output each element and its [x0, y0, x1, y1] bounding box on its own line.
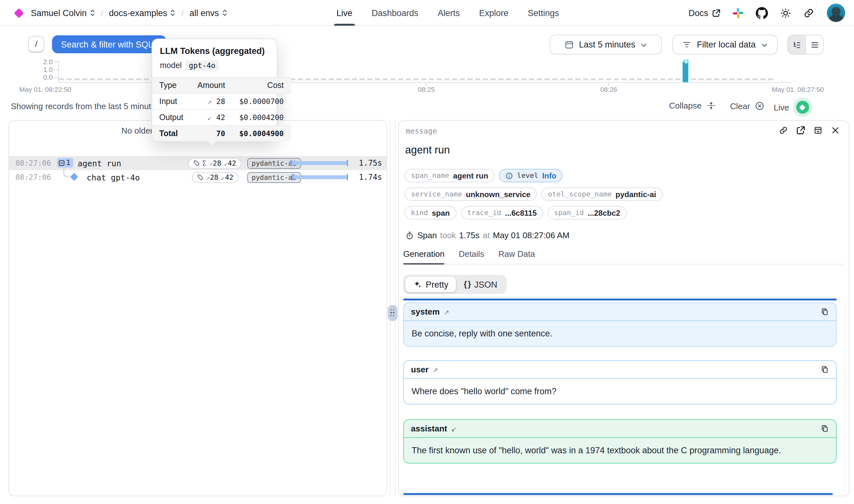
- scroll-top-rule: [403, 299, 837, 301]
- tab-live[interactable]: Live: [337, 0, 352, 26]
- col-amount: Amount: [190, 77, 232, 93]
- live-label: Live: [774, 103, 789, 112]
- logfire-logo-icon: [14, 8, 24, 18]
- token-counts-pill[interactable]: Σ ↗28 ↙42: [188, 158, 241, 168]
- row-timestamp: 08:27:06: [15, 173, 51, 182]
- tab-generation[interactable]: Generation: [403, 249, 445, 264]
- direction-arrow-icon: ↙: [451, 425, 457, 432]
- tree-view-toggle[interactable]: [788, 35, 806, 54]
- resize-grip-handle[interactable]: [388, 305, 398, 321]
- span-name: chat gpt-4o: [87, 173, 140, 182]
- detail-tabs: Generation Details Raw Data: [403, 249, 844, 265]
- x-axis-label-start: May 01. 08:22:50: [19, 85, 71, 93]
- filter-local-data-dropdown[interactable]: Filter local data: [672, 35, 778, 55]
- collapse-button[interactable]: Collapse: [669, 101, 715, 110]
- list-view-icon: [810, 40, 819, 49]
- clear-label: Clear: [730, 101, 750, 111]
- timeline-span-bar[interactable]: [683, 61, 688, 82]
- open-in-new-icon[interactable]: [796, 126, 805, 135]
- row-timestamp: 08:27:06: [15, 159, 51, 167]
- model-key: model: [160, 61, 182, 70]
- org-name: Samuel Colvin: [31, 8, 87, 18]
- time-range-dropdown[interactable]: Last 5 minutes: [550, 35, 662, 55]
- docs-label: Docs: [688, 8, 708, 18]
- tab-details[interactable]: Details: [459, 249, 485, 264]
- duration-bar: [291, 161, 347, 165]
- x-axis-label: 08:26: [589, 85, 628, 93]
- chevron-updown-icon: [170, 9, 176, 17]
- duration-bar: [292, 175, 347, 179]
- save-view-icon[interactable]: [814, 126, 822, 135]
- project-selector[interactable]: docs-examples: [109, 8, 176, 18]
- clear-button[interactable]: Clear: [730, 101, 765, 111]
- braces-icon: { }: [464, 280, 470, 289]
- tokens-table: Type Amount Cost Input ↗ 28 $0.0000700 O…: [152, 77, 291, 141]
- tab-explore[interactable]: Explore: [479, 0, 509, 26]
- copy-icon[interactable]: [821, 308, 829, 316]
- attr-service-name[interactable]: service_nameunknown_service: [404, 187, 537, 201]
- calendar-icon: [564, 40, 574, 50]
- tag-icon: [193, 160, 200, 166]
- pretty-label: Pretty: [426, 280, 449, 289]
- org-selector[interactable]: Samuel Colvin: [31, 8, 95, 18]
- message-text: Be concise, reply with one sentence.: [404, 321, 836, 346]
- attribute-row: service_nameunknown_service otel_scope_n…: [404, 187, 662, 201]
- tree-view-icon: [792, 40, 801, 49]
- duration-label: 1.75s: [359, 159, 382, 167]
- env-name: all envs: [189, 8, 219, 18]
- close-panel-icon[interactable]: [831, 126, 840, 135]
- share-link-icon[interactable]: [803, 7, 814, 18]
- tooltip-title: LLM Tokens (aggregated): [152, 39, 277, 59]
- collapse-children-badge[interactable]: 1: [57, 158, 73, 167]
- attr-span-name[interactable]: span_nameagent run: [404, 169, 495, 182]
- live-toggle[interactable]: Live: [774, 101, 809, 114]
- tab-raw-data[interactable]: Raw Data: [498, 249, 535, 264]
- attr-otel-scope-name[interactable]: otel_scope_namepydantic-ai: [541, 187, 662, 201]
- tab-alerts[interactable]: Alerts: [438, 0, 460, 26]
- tab-dashboards[interactable]: Dashboards: [372, 0, 419, 26]
- timeline-chart: 2.0 1.0 0.0 May 01. 08:22:50 08:25 08:26…: [0, 58, 854, 96]
- theme-toggle-sun-icon[interactable]: [780, 7, 791, 18]
- attr-trace-id[interactable]: trace_id...6c8115: [461, 206, 543, 220]
- env-selector[interactable]: all envs: [189, 8, 227, 18]
- copy-link-icon[interactable]: [779, 126, 788, 135]
- list-view-toggle[interactable]: [806, 35, 823, 54]
- trace-row-chat-gpt4o[interactable]: 08:27:06 chat gpt-4o ↗28 ↙42 pydantic-ai…: [9, 170, 386, 184]
- github-icon[interactable]: [756, 7, 768, 19]
- detail-panel-actions: [779, 126, 840, 135]
- docs-link[interactable]: Docs: [688, 8, 721, 18]
- span-timing-line: Span took 1.75s at May 01 08:27:06 AM: [405, 231, 569, 240]
- duration-label: 1.74s: [359, 173, 382, 182]
- showing-records-text: Showing records from the last 5 minutes: [11, 102, 160, 111]
- chevron-down-icon: [640, 42, 648, 49]
- copy-icon[interactable]: [821, 365, 829, 374]
- input-tokens: 28: [210, 173, 219, 181]
- project-name: docs-examples: [109, 8, 167, 18]
- filter-label: Filter local data: [697, 40, 756, 50]
- chevron-down-icon: [761, 42, 768, 49]
- attr-span-id[interactable]: span_id...28cbc2: [548, 206, 627, 220]
- message-card-user: user ↗ Where does "hello world" come fro…: [403, 360, 837, 404]
- attr-level[interactable]: levelInfo: [499, 169, 563, 182]
- token-counts-pill[interactable]: ↗28 ↙42: [192, 172, 238, 183]
- scrollbar-track[interactable]: [844, 302, 845, 492]
- attribute-row: span_nameagent run levelInfo: [404, 169, 563, 182]
- clear-circle-x-icon: [755, 101, 765, 111]
- attr-kind[interactable]: kindspan: [404, 206, 456, 220]
- col-cost: Cost: [232, 77, 291, 93]
- tab-settings[interactable]: Settings: [528, 0, 559, 26]
- pretty-view-toggle[interactable]: Pretty: [405, 277, 456, 292]
- breadcrumb-separator: /: [181, 8, 184, 18]
- chevron-updown-icon: [90, 9, 95, 17]
- pretty-json-toggle: Pretty { } JSON: [403, 275, 507, 294]
- slack-icon[interactable]: [733, 7, 744, 18]
- view-mode-toggle: [787, 35, 824, 55]
- message-card-system: system ↗ Be concise, reply with one sent…: [403, 302, 837, 347]
- live-indicator-icon: [796, 101, 809, 114]
- json-view-toggle[interactable]: { } JSON: [456, 277, 505, 292]
- role-label: system: [411, 307, 440, 317]
- search-filter-button[interactable]: Search & filter with SQL: [52, 35, 166, 53]
- copy-icon[interactable]: [821, 425, 829, 433]
- user-avatar[interactable]: [826, 3, 846, 22]
- external-link-icon: [712, 9, 721, 17]
